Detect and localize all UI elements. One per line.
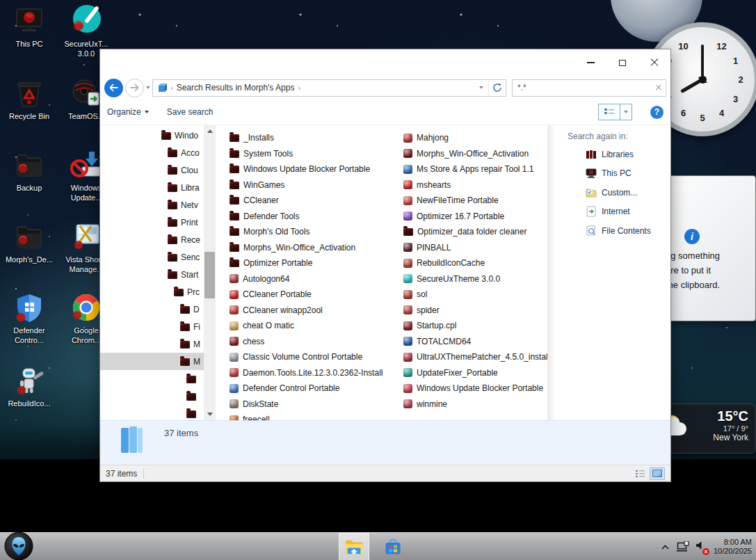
desktop-icon-morphs-desktop[interactable]: Morph's_De... [1,220,57,264]
list-item[interactable]: sol [389,287,549,303]
search-again-libraries[interactable]: Libraries [556,148,670,160]
desktop-icon-this-pc[interactable]: This PC [1,4,57,49]
list-item[interactable]: chess [216,334,389,350]
clipboard-widget[interactable]: i ag something ere to put it the clipboa… [663,175,756,321]
list-item[interactable]: PINBALL [389,240,549,256]
tree-item[interactable] [100,370,204,387]
address-bar[interactable]: › Search Results in Morph's Apps › [152,79,506,97]
list-item[interactable]: spider [389,303,549,319]
list-item[interactable]: SecureUxTheme 3.0.0 [389,271,549,287]
tree-item[interactable]: Libra [100,179,204,196]
search-again-internet[interactable]: Internet [556,206,670,218]
search-again-this-pc[interactable]: This PC [556,168,670,179]
view-button-main[interactable] [599,104,620,120]
tree-item[interactable]: D [100,301,204,318]
list-item[interactable]: CCleaner winapp2ool [216,303,389,319]
list-item[interactable]: RebuildIconCache [389,255,549,271]
icons-view-button[interactable] [650,467,665,480]
list-item[interactable]: Windows Update Blocker Portable [389,381,549,397]
tree-item[interactable]: Netv [100,196,204,214]
list-item[interactable]: Daemon.Tools.Lite.12.3.0.2362-Install [216,365,389,381]
list-item[interactable]: Morph's Old Tools [216,224,389,240]
desktop-icon-defender-control[interactable]: DefenderContro... [1,291,57,345]
navigation-tree-pane[interactable]: Windo Acco Clou Libra [100,125,204,420]
tree-item[interactable]: Prc [100,283,204,301]
list-item[interactable]: cheat O matic [216,318,389,334]
tree-item[interactable]: M [100,353,204,370]
tray-chevron-icon[interactable] [661,544,670,550]
recent-locations-dropdown[interactable] [146,86,150,89]
list-item[interactable]: Optimizer_data folder cleaner [389,224,549,240]
list-item[interactable]: Startup.cpl [389,318,549,334]
search-again-custom[interactable]: Custom... [556,186,670,198]
scrollbar-thumb[interactable] [204,252,215,298]
list-item[interactable]: winmine [389,397,549,413]
clear-search-icon[interactable] [652,83,666,92]
close-button[interactable] [638,49,670,76]
list-item[interactable]: UpdateFixer_Portable [389,365,549,381]
list-item[interactable]: CCleaner Portable [216,287,389,303]
back-button[interactable] [104,79,123,97]
list-item[interactable]: _Installs [216,130,389,146]
taskbar-file-explorer[interactable] [339,533,369,560]
refresh-button[interactable] [488,80,506,96]
desktop-icon-backup[interactable]: Backup [1,148,57,193]
tree-item[interactable]: Acco [100,144,204,161]
save-search-button[interactable]: Save search [167,107,214,117]
tree-item[interactable]: Rece [100,231,204,248]
search-input[interactable] [513,83,652,93]
list-item[interactable]: mshearts [389,177,549,193]
tree-item[interactable] [100,387,204,405]
breadcrumb[interactable]: Search Results in Morph's Apps [177,83,295,93]
forward-button[interactable] [125,79,144,97]
list-item[interactable]: Optimizer 16.7 Portable [389,209,549,225]
tree-item[interactable]: Senc [100,248,204,266]
tree-item[interactable] [100,405,204,420]
list-item[interactable]: Morphs_Win-Office_Activation [389,146,549,162]
desktop-icon-recycle-bin[interactable]: Recycle Bin [1,77,57,121]
tray-clock[interactable]: 8:00 AM 10/20/2025 [712,538,752,556]
list-item[interactable]: Optimizer Portable [216,255,389,271]
tree-item[interactable]: Fi [100,318,204,335]
taskbar-microsoft-store[interactable] [378,533,408,560]
desktop-icon-rebuildiconcache[interactable]: RebuildIco... [1,364,57,408]
list-item[interactable]: Defender Tools [216,209,389,225]
scroll-up-arrow[interactable] [204,125,216,137]
tree-item[interactable]: M [100,335,204,353]
tree-scrollbar[interactable] [204,125,216,420]
help-button[interactable]: ? [650,106,663,119]
list-item[interactable]: Classic Volume Control Portable [216,349,389,365]
network-icon[interactable] [676,541,689,552]
weather-widget[interactable]: 15°C 17° / 9° New York [669,403,756,454]
title-bar[interactable] [100,49,670,76]
list-item[interactable]: Windows Update Blocker Portable [216,161,389,177]
list-item[interactable]: Ms Store & Apps repair Tool 1.1 [389,161,549,177]
tree-item[interactable]: Start [100,266,204,283]
list-item[interactable]: Defender Control Portable [216,381,389,397]
details-view-button[interactable] [632,467,648,480]
change-view-button[interactable] [598,104,632,120]
list-item[interactable]: CCleaner [216,193,389,209]
search-box[interactable] [512,79,666,97]
tree-item[interactable]: Clou [100,161,204,179]
address-dropdown-button[interactable] [474,80,488,96]
view-dropdown-arrow[interactable] [620,104,632,120]
list-item[interactable]: UltraUXThemePatcher_4.5.0_install [389,349,549,365]
list-item[interactable]: Mahjong [389,130,549,146]
list-item[interactable]: DiskState [216,397,389,413]
start-button[interactable] [4,531,33,560]
list-item[interactable]: Morphs_Win-Office_Activation [216,240,389,256]
list-item[interactable]: System Tools [216,146,389,162]
list-item[interactable]: WinGames [216,177,389,193]
search-again-file-contents[interactable]: File Contents [556,225,670,237]
list-item[interactable]: TOTALCMD64 [389,334,549,350]
tree-item[interactable]: Print [100,214,204,231]
tree-item[interactable]: Windo [100,127,204,144]
scroll-down-arrow[interactable] [204,408,216,420]
list-item[interactable]: Autologon64 [216,271,389,287]
organize-button[interactable]: Organize [107,107,149,117]
minimize-button[interactable] [574,49,606,76]
maximize-button[interactable] [606,49,638,76]
volume-icon[interactable]: x [695,541,706,553]
list-item[interactable]: NewFileTime Portable [389,193,549,209]
